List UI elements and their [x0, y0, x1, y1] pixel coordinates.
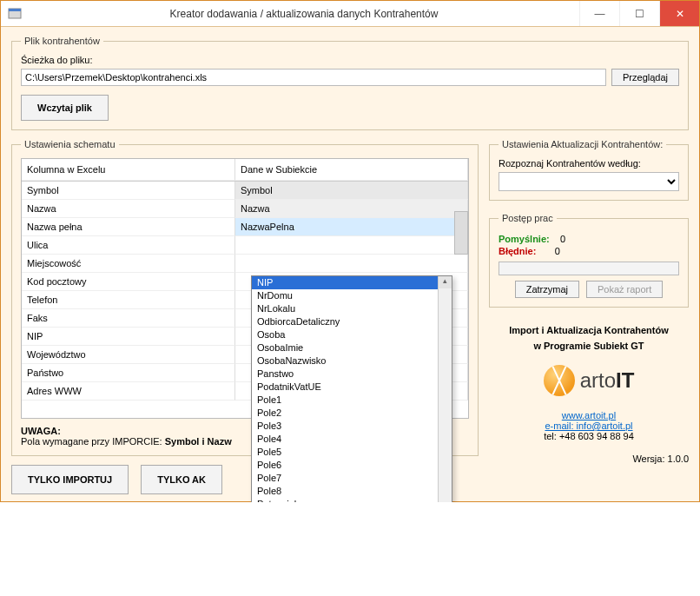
scroll-up-icon[interactable]: ▴: [439, 276, 452, 288]
grid-cell[interactable]: Województwo: [22, 346, 235, 364]
minimize-button[interactable]: —: [579, 1, 619, 26]
stop-button[interactable]: Zatrzymaj: [515, 281, 579, 298]
progress-groupbox: Postęp prac Pomyślnie: 0 Błędnie: 0 Zatr…: [489, 213, 689, 308]
load-file-button[interactable]: Wczytaj plik: [21, 95, 109, 121]
recognize-label: Rozpoznaj Kontrahentów według:: [499, 158, 679, 169]
grid-cell[interactable]: Symbol: [235, 182, 468, 200]
success-value: 0: [560, 234, 565, 244]
grid-cell[interactable]: Faks: [22, 309, 235, 328]
warning-title: UWAGA:: [21, 426, 61, 436]
grid-cell[interactable]: Nazwa: [235, 200, 468, 218]
update-settings-groupbox: Ustawienia Aktualizacji Kontrahentów: Ro…: [489, 139, 689, 201]
titlebar: Kreator dodawania / aktualizowania danyc…: [1, 1, 699, 27]
dropdown-option[interactable]: Pole5: [252, 446, 452, 459]
subiekt-field-dropdown[interactable]: ▴ NIPNrDomuNrLokaluOdbiorcaDetalicznyOso…: [251, 275, 452, 502]
grid-cell[interactable]: Ulica: [22, 236, 235, 255]
dropdown-option[interactable]: NIP: [252, 276, 452, 289]
info-line2: w Programie Subiekt GT: [489, 341, 689, 351]
grid-cell[interactable]: Kod pocztowy: [22, 273, 235, 291]
grid-cell[interactable]: Symbol: [22, 182, 235, 200]
browse-button[interactable]: Przeglądaj: [611, 69, 679, 86]
dropdown-option[interactable]: Pole2: [252, 407, 452, 420]
tel-text: tel: +48 603 94 88 94: [489, 431, 689, 441]
error-label: Błędnie:: [499, 246, 536, 256]
dropdown-option[interactable]: Pole4: [252, 433, 452, 446]
app-icon: [8, 7, 22, 21]
mail-link[interactable]: e-mail: info@artoit.pl: [545, 421, 632, 431]
dropdown-option[interactable]: Osoba: [252, 328, 452, 341]
dropdown-option[interactable]: Panstwo: [252, 368, 452, 381]
progress-legend: Postęp prac: [499, 213, 557, 223]
path-label: Ścieżka do pliku:: [21, 55, 679, 65]
path-input[interactable]: [21, 69, 606, 86]
dropdown-option[interactable]: OsobaNazwisko: [252, 354, 452, 368]
dropdown-option[interactable]: PodatnikVatUE: [252, 381, 452, 394]
grid-cell[interactable]: Nazwa pełna: [22, 218, 235, 236]
maximize-button[interactable]: ☐: [619, 1, 659, 26]
import-only-button[interactable]: TYLKO IMPORTUJ: [11, 465, 129, 494]
info-line1: Import i Aktualizacja Kontrahentów: [489, 325, 689, 335]
grid-cell[interactable]: [235, 255, 468, 273]
warning-text: Pola wymagane przy IMPORCIE:: [21, 436, 162, 447]
dropdown-option[interactable]: OdbiorcaDetaliczny: [252, 315, 452, 328]
file-groupbox: Plik kontrahentów Ścieżka do pliku: Prze…: [11, 36, 689, 130]
dropdown-option[interactable]: NrDomu: [252, 289, 452, 302]
logo-icon: [544, 365, 575, 396]
app-window: Kreator dodawania / aktualizowania danyc…: [0, 0, 700, 502]
dropdown-option[interactable]: Pole7: [252, 472, 452, 485]
grid-cell[interactable]: Telefon: [22, 291, 235, 309]
grid-cell[interactable]: [235, 236, 468, 255]
grid-header-subiekt: Dane w Subiekcie: [235, 159, 468, 181]
update-settings-legend: Ustawienia Aktualizacji Kontrahentów:: [499, 139, 666, 149]
dropdown-option[interactable]: Potencjalny: [252, 498, 452, 502]
logo: artoIT: [489, 365, 689, 396]
dropdown-scrollbar[interactable]: ▴: [438, 276, 452, 502]
info-panel: Import i Aktualizacja Kontrahentów w Pro…: [489, 320, 689, 441]
schema-legend: Ustawienia schematu: [21, 139, 119, 149]
site-link[interactable]: www.artoit.pl: [562, 410, 616, 421]
dropdown-option[interactable]: Pole6: [252, 459, 452, 472]
close-button[interactable]: ✕: [659, 1, 699, 26]
grid-header-excel: Kolumna w Excelu: [22, 159, 235, 181]
grid-cell[interactable]: Miejscowość: [22, 255, 235, 273]
show-report-button[interactable]: Pokaż raport: [586, 281, 663, 298]
grid-cell-dropdown[interactable]: NazwaPelna: [235, 218, 468, 236]
window-title: Kreator dodawania / aktualizowania danyc…: [29, 8, 579, 20]
dropdown-option[interactable]: OsobaImie: [252, 341, 452, 354]
dropdown-option[interactable]: NrLokalu: [252, 302, 452, 315]
dropdown-option[interactable]: Pole8: [252, 485, 452, 498]
svg-rect-1: [9, 9, 21, 11]
grid-cell[interactable]: Nazwa: [22, 200, 235, 218]
update-only-button[interactable]: TYLKO AK: [141, 465, 222, 494]
dropdown-option[interactable]: Pole1: [252, 394, 452, 407]
recognize-combo[interactable]: [499, 172, 679, 191]
progress-bar: [499, 262, 679, 275]
grid-scrollbar[interactable]: [454, 211, 468, 255]
dropdown-option[interactable]: Pole3: [252, 420, 452, 433]
grid-cell[interactable]: Adres WWW: [22, 382, 235, 401]
warning-fields: Symbol i Nazw: [165, 436, 232, 447]
grid-cell[interactable]: NIP: [22, 328, 235, 346]
file-group-legend: Plik kontrahentów: [21, 36, 103, 46]
version-label: Wersja: 1.0.0: [489, 454, 689, 464]
error-value: 0: [555, 246, 560, 256]
grid-cell[interactable]: Państwo: [22, 364, 235, 382]
success-label: Pomyślnie:: [499, 234, 550, 244]
